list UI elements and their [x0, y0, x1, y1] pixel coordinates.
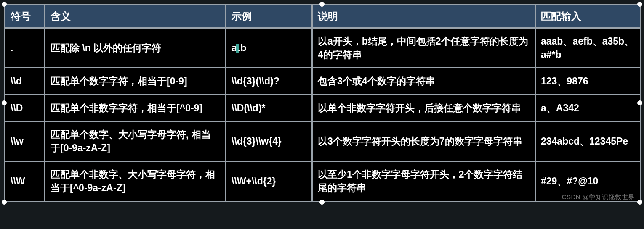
table-row: \\d 匹配单个数字字符，相当于[0-9] \\d{3}(\\d)? 包含3个或… — [5, 68, 641, 95]
resize-handle-top-left[interactable] — [2, 2, 7, 7]
cell-symbol: \\w — [5, 121, 45, 161]
cell-match: 123、9876 — [535, 68, 641, 95]
cell-match: a、A342 — [535, 95, 641, 121]
header-meaning: 含义 — [45, 5, 226, 28]
cell-desc: 包含3个或4个数字的字符串 — [312, 68, 535, 95]
cell-meaning: 匹配除 \n 以外的任何字符 — [45, 28, 226, 68]
cell-desc: 以3个数字字符开头的长度为7的数字字母字符串 — [312, 121, 535, 161]
cell-meaning: 匹配单个数字、大小写字母字符, 相当于[0-9a-zA-Z] — [45, 121, 226, 161]
cell-match: 234abcd、12345Pe — [535, 121, 641, 161]
cell-symbol: . — [5, 28, 45, 68]
regex-table: 符号 含义 示例 说明 匹配输入 . 匹配除 \n 以外的任何字符 a.b 以a… — [4, 4, 641, 202]
cell-symbol: \\W — [5, 161, 45, 201]
cell-desc: 以至少1个非数字字母字符开头，2个数字字符结尾的字符串 — [312, 161, 535, 201]
header-desc: 说明 — [312, 5, 535, 28]
cell-example: \\D(\\d)* — [226, 95, 312, 121]
cell-meaning: 匹配单个数字字符，相当于[0-9] — [45, 68, 226, 95]
resize-handle-mid-right[interactable] — [637, 100, 642, 105]
resize-handle-bottom-mid[interactable] — [319, 200, 325, 205]
cell-desc: 以单个非数字字符开头，后接任意个数字字符串 — [312, 95, 535, 121]
table-row: \\w 匹配单个数字、大小写字母字符, 相当于[0-9a-zA-Z] \\d{3… — [5, 121, 641, 161]
watermark-text: CSDN @学知识拯救世界 — [562, 193, 635, 201]
resize-handle-bottom-left[interactable] — [2, 200, 7, 205]
resize-handle-bottom-right[interactable] — [637, 200, 642, 205]
cell-desc: 以a开头，b结尾，中间包括2个任意字符的长度为4的字符串 — [312, 28, 535, 68]
resize-handle-top-mid[interactable] — [319, 2, 325, 7]
table-body: . 匹配除 \n 以外的任何字符 a.b 以a开头，b结尾，中间包括2个任意字符… — [5, 28, 641, 202]
resize-handle-top-right[interactable] — [637, 2, 642, 7]
cell-match: aaab、aefb、a35b、a#*b — [535, 28, 641, 68]
cell-meaning: 匹配单个非数字字符，相当于[^0-9] — [45, 95, 226, 121]
cell-symbol: \\d — [5, 68, 45, 95]
cell-example[interactable]: a.b — [226, 28, 312, 68]
table-row: \\W 匹配单个非数字、大小写字母字符，相当于[^0-9a-zA-Z] \\W+… — [5, 161, 641, 201]
header-symbol: 符号 — [5, 5, 45, 28]
cell-symbol: \\D — [5, 95, 45, 121]
table-row: \\D 匹配单个非数字字符，相当于[^0-9] \\D(\\d)* 以单个非数字… — [5, 95, 641, 121]
header-example: 示例 — [226, 5, 312, 28]
header-match: 匹配输入 — [535, 5, 641, 28]
cell-example: \\d{3}\\w{4} — [226, 121, 312, 161]
cell-example: \\d{3}(\\d)? — [226, 68, 312, 95]
header-row: 符号 含义 示例 说明 匹配输入 — [5, 5, 641, 28]
cell-example: \\W+\\d{2} — [226, 161, 312, 201]
example-post: .b — [238, 42, 246, 53]
cell-meaning: 匹配单个非数字、大小写字母字符，相当于[^0-9a-zA-Z] — [45, 161, 226, 201]
table-frame: 符号 含义 示例 说明 匹配输入 . 匹配除 \n 以外的任何字符 a.b 以a… — [4, 4, 640, 202]
table-row: . 匹配除 \n 以外的任何字符 a.b 以a开头，b结尾，中间包括2个任意字符… — [5, 28, 641, 68]
